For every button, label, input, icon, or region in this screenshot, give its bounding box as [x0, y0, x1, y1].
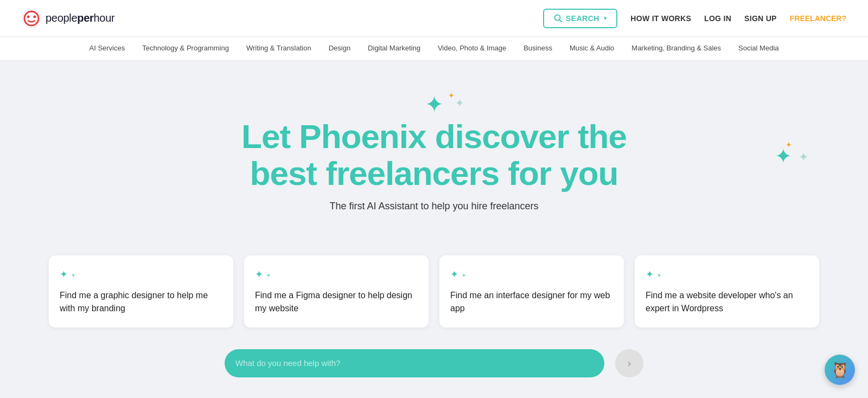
- hero-section: ✦ ✦ ✦ Let Phoenix discover the best free…: [0, 61, 868, 255]
- signup-link[interactable]: SIGN UP: [744, 14, 777, 23]
- card-sparkle-2-icon: ✦ ✦: [255, 268, 418, 280]
- logo[interactable]: peopleperhour: [22, 9, 114, 28]
- logo-text-end: hour: [94, 12, 115, 24]
- svg-point-2: [27, 15, 30, 18]
- sparkle-orange-right-icon: ✦: [786, 140, 792, 149]
- sparkle-teal-light-icon: ✦: [455, 97, 464, 110]
- cat-writing[interactable]: Writing & Translation: [246, 37, 311, 60]
- sparkle-orange-icon: ✦: [448, 91, 455, 100]
- chat-owl-icon: 🦉: [831, 361, 850, 379]
- ai-input-bar[interactable]: What do you need help with?: [225, 349, 604, 377]
- card-text-3: Find me an interface designer for my web…: [450, 289, 613, 314]
- suggestion-cards: ✦ ✦ Find me a graphic designer to help m…: [0, 255, 868, 349]
- cat-business[interactable]: Business: [524, 37, 552, 60]
- cat-design[interactable]: Design: [329, 37, 350, 60]
- hero-title: Let Phoenix discover the best freelancer…: [222, 118, 646, 192]
- suggestion-card-3[interactable]: ✦ ✦ Find me an interface designer for my…: [439, 255, 624, 327]
- chevron-down-icon: ▾: [604, 15, 607, 21]
- chat-button[interactable]: 🦉: [825, 355, 855, 385]
- cat-social-media[interactable]: Social Media: [738, 37, 778, 60]
- svg-point-3: [34, 15, 36, 18]
- chevron-right-icon: ›: [628, 357, 631, 369]
- cat-marketing-branding[interactable]: Marketing, Branding & Sales: [631, 37, 721, 60]
- sparkle-main-icon: ✦: [425, 93, 444, 116]
- logo-text-bold: per: [77, 12, 93, 24]
- scroll-right-button[interactable]: ›: [615, 349, 643, 377]
- cat-music[interactable]: Music & Audio: [570, 37, 614, 60]
- card-sparkle-1-icon: ✦ ✦: [60, 268, 222, 280]
- suggestion-card-1[interactable]: ✦ ✦ Find me a graphic designer to help m…: [49, 255, 233, 327]
- cat-digital-marketing[interactable]: Digital Marketing: [368, 37, 420, 60]
- suggestion-card-2[interactable]: ✦ ✦ Find me a Figma designer to help des…: [244, 255, 429, 327]
- main-nav: SEARCH ▾ HOW IT WORKS LOG IN SIGN UP FRE…: [543, 9, 846, 28]
- bottom-area: What do you need help with? ›: [0, 349, 868, 388]
- logo-text-light: people: [46, 12, 77, 24]
- card-text-1: Find me a graphic designer to help me wi…: [60, 289, 222, 314]
- logo-icon: [22, 9, 41, 28]
- search-icon: [554, 14, 563, 23]
- search-button[interactable]: SEARCH ▾: [543, 9, 618, 28]
- card-sparkle-3-icon: ✦ ✦: [450, 268, 613, 280]
- cat-technology[interactable]: Technology & Programming: [142, 37, 229, 60]
- login-link[interactable]: LOG IN: [704, 14, 731, 23]
- card-sparkle-4-icon: ✦ ✦: [646, 268, 808, 280]
- header: peopleperhour SEARCH ▾ HOW IT WORKS LOG …: [0, 0, 868, 37]
- card-text-2: Find me a Figma designer to help design …: [255, 289, 418, 314]
- freelancer-link[interactable]: FREELANCER?: [790, 14, 846, 23]
- hero-subtitle: The first AI Assistant to help you hire …: [22, 201, 846, 212]
- hero-sparkle-right: ✦ ✦ ✦: [775, 146, 792, 166]
- search-label: SEARCH: [566, 14, 599, 23]
- sparkle-teal-right2-icon: ✦: [799, 150, 808, 164]
- input-placeholder: What do you need help with?: [235, 358, 340, 368]
- cat-video-photo[interactable]: Video, Photo & Image: [438, 37, 506, 60]
- how-it-works-link[interactable]: HOW IT WORKS: [630, 14, 691, 23]
- category-nav: AI Services Technology & Programming Wri…: [0, 37, 868, 61]
- hero-sparkle-top: ✦ ✦ ✦: [425, 93, 444, 116]
- card-text-4: Find me a website developer who's an exp…: [646, 289, 808, 314]
- suggestion-card-4[interactable]: ✦ ✦ Find me a website developer who's an…: [635, 255, 819, 327]
- cat-ai-services[interactable]: AI Services: [89, 37, 125, 60]
